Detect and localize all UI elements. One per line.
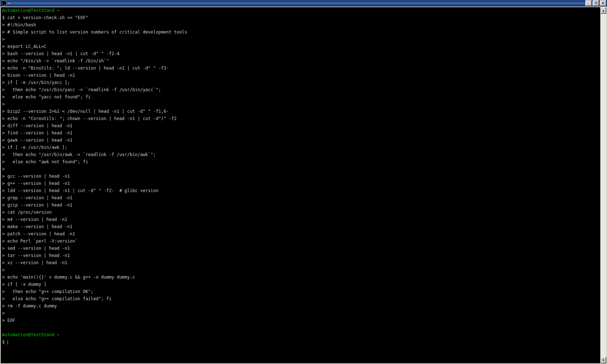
prompt-gt: > bbox=[2, 22, 5, 27]
prompt-gt: > bbox=[2, 210, 5, 215]
script-line: else echo "yacc not found"; fi bbox=[7, 94, 90, 99]
script-line: # Simple script to list version numbers … bbox=[7, 30, 187, 35]
prompt-gt: > bbox=[2, 116, 5, 121]
script-line: make --version | head -n1 bbox=[7, 224, 72, 229]
script-line: rm -f dummy.c dummy bbox=[7, 303, 57, 308]
script-line: xz --version | head -n1 bbox=[7, 260, 67, 265]
prompt-userhost: Automation@TestStand bbox=[2, 8, 54, 13]
prompt-gt: > bbox=[2, 138, 5, 143]
script-line: ldd --version | head -n1 | cut -d" " -f2… bbox=[7, 188, 158, 193]
prompt-gt: > bbox=[2, 73, 5, 78]
minimize-button[interactable]: _ bbox=[585, 0, 592, 6]
cmd-first: cat > version-check.sh << "EOF" bbox=[7, 15, 88, 20]
script-line: cat /proc/version bbox=[7, 210, 52, 215]
script-line: then echo "g++ compilation OK"; bbox=[7, 289, 93, 294]
script-line: gcc --version | head -n1 bbox=[7, 174, 70, 179]
scrollbar-track[interactable] bbox=[601, 14, 606, 357]
script-line: echo 'main(){}' > dummy.c && g++ -o dumm… bbox=[7, 275, 135, 280]
scroll-up-button[interactable]: ▲ bbox=[601, 7, 606, 14]
prompt-gt: > bbox=[2, 203, 5, 208]
prompt-gt: > bbox=[2, 275, 5, 280]
prompt-gt: > bbox=[2, 246, 5, 251]
prompt-gt: > bbox=[2, 289, 5, 294]
prompt-gt: > bbox=[2, 282, 5, 287]
script-line: EOF bbox=[7, 318, 15, 323]
maximize-button[interactable]: ❐ bbox=[593, 0, 599, 6]
script-line: patch --version | head -n1 bbox=[7, 231, 75, 236]
script-line: grep --version | head -n1 bbox=[7, 195, 72, 200]
prompt-gt: > bbox=[2, 130, 5, 136]
terminal-viewport[interactable]: Automation@TestStand ~ $ cat > version-c… bbox=[1, 7, 600, 363]
terminal-window: ▸_ ~ _ ❐ ✕ Automation@TestStand ~ $ cat … bbox=[0, 0, 607, 364]
script-line: then echo "/usr/bin/awk -> `readlink -f … bbox=[7, 152, 156, 157]
script-line: bison --version | head -n1 bbox=[7, 73, 75, 78]
prompt-gt: > bbox=[2, 109, 5, 114]
script-line: sed --version | head -n1 bbox=[7, 246, 70, 251]
prompt-path: ~ bbox=[57, 332, 59, 337]
prompt-gt: > bbox=[2, 181, 5, 186]
script-line: gawk --version | head -n1 bbox=[7, 138, 72, 143]
script-line: echo "/bin/sh -> `readlink -f /bin/sh`" bbox=[7, 58, 109, 63]
vertical-scrollbar[interactable]: ▲ ▼ bbox=[600, 7, 606, 363]
prompt-gt: > bbox=[2, 152, 5, 157]
prompt-gt: > bbox=[2, 102, 5, 107]
prompt-gt: > bbox=[2, 58, 5, 63]
script-line: bash --version | head -n1 | cut -d" " -f… bbox=[7, 51, 119, 56]
prompt-gt: > bbox=[2, 239, 5, 244]
prompt-gt: > bbox=[2, 253, 5, 258]
prompt-path: ~ bbox=[57, 8, 59, 13]
prompt-gt: > bbox=[2, 87, 5, 92]
text-cursor bbox=[8, 340, 8, 345]
prompt-userhost: Automation@TestStand bbox=[2, 332, 54, 337]
prompt-gt: > bbox=[2, 296, 5, 301]
prompt-dollar: $ bbox=[2, 339, 5, 345]
scroll-down-button[interactable]: ▼ bbox=[601, 357, 606, 363]
script-line: else echo "awk not found"; fi bbox=[7, 159, 88, 164]
terminal-frame: Automation@TestStand ~ $ cat > version-c… bbox=[0, 6, 607, 364]
prompt-gt: > bbox=[2, 44, 5, 49]
titlebar[interactable]: ▸_ ~ _ ❐ ✕ bbox=[0, 0, 607, 6]
prompt-gt: > bbox=[2, 217, 5, 222]
prompt-gt: > bbox=[2, 318, 5, 323]
prompt-gt: > bbox=[2, 123, 5, 128]
script-line: gzip --version | head -n1 bbox=[7, 203, 72, 208]
terminal-icon: ▸_ bbox=[1, 1, 6, 6]
terminal-content: Automation@TestStand ~ $ cat > version-c… bbox=[1, 7, 600, 346]
prompt-gt: > bbox=[2, 94, 5, 99]
close-button[interactable]: ✕ bbox=[600, 0, 606, 6]
prompt-gt: > bbox=[2, 30, 5, 35]
prompt-gt: > bbox=[2, 231, 5, 236]
script-line: bzip2 --version 2>&1 < /dev/null | head … bbox=[7, 109, 169, 114]
prompt-gt: > bbox=[2, 80, 5, 85]
prompt-gt: > bbox=[2, 51, 5, 56]
script-line: g++ --version | head -n1 bbox=[7, 181, 70, 186]
script-line: m4 --version | head -n1 bbox=[7, 217, 67, 222]
script-line: then echo "/usr/bin/yacc -> `readlink -f… bbox=[7, 87, 161, 92]
prompt-gt: > bbox=[2, 188, 5, 193]
prompt-gt: > bbox=[2, 195, 5, 200]
prompt-gt: > bbox=[2, 145, 5, 150]
prompt-gt: > bbox=[2, 159, 5, 164]
script-line: #!/bin/bash bbox=[7, 22, 36, 27]
script-line: export LC_ALL=C bbox=[7, 44, 46, 49]
script-line: if [ -e /usr/bin/yacc ]; bbox=[7, 80, 70, 85]
script-line: tar --version | head -n1 bbox=[7, 253, 70, 258]
prompt-dollar: $ bbox=[2, 15, 5, 20]
script-line: if [ -e /usr/bin/awk ]; bbox=[7, 145, 67, 150]
prompt-gt: > bbox=[2, 267, 5, 272]
window-title: ~ bbox=[8, 1, 10, 5]
prompt-gt: > bbox=[2, 167, 5, 172]
script-line: find --version | head -n1 bbox=[7, 130, 72, 136]
script-line: diff --version | head -n1 bbox=[7, 123, 72, 128]
script-line: echo -n "Coreutils: "; chown --version |… bbox=[7, 116, 177, 121]
prompt-gt: > bbox=[2, 174, 5, 179]
script-line: if [ -x dummy ] bbox=[7, 282, 46, 287]
prompt-gt: > bbox=[2, 311, 5, 316]
script-line: echo -n "Binutils: "; ld --version | hea… bbox=[7, 66, 169, 71]
script-line: echo Perl `perl -V:version` bbox=[7, 239, 77, 244]
prompt-gt: > bbox=[2, 260, 5, 265]
prompt-gt: > bbox=[2, 224, 5, 229]
prompt-gt: > bbox=[2, 66, 5, 71]
prompt-gt: > bbox=[2, 303, 5, 308]
script-line: else echo "g++ compilation failed"; fi bbox=[7, 296, 111, 301]
